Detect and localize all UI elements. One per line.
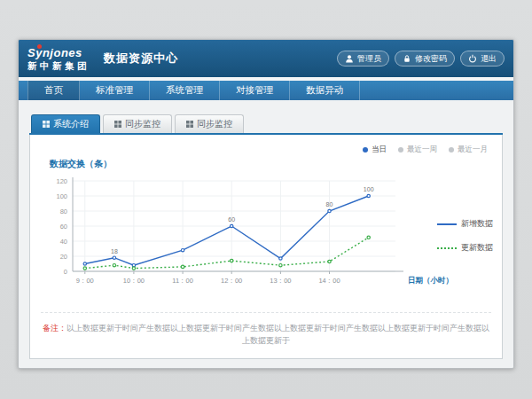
tab-system-intro[interactable]: 系统介绍 bbox=[31, 114, 100, 133]
svg-text:100: 100 bbox=[364, 186, 374, 192]
brand-name-text: Synjones bbox=[27, 46, 82, 59]
brand-name: Synjones bbox=[27, 47, 90, 59]
panel-divider bbox=[41, 312, 491, 313]
series-label: 新增数据 bbox=[461, 218, 493, 230]
nav-label: 对接管理 bbox=[236, 84, 273, 97]
legend-updated-data[interactable]: 更新数据 bbox=[437, 242, 493, 254]
svg-text:11：00: 11：00 bbox=[172, 277, 193, 285]
nav-item-home[interactable]: 首页 bbox=[27, 81, 80, 100]
filter-dot-icon bbox=[398, 147, 403, 153]
app-header: Synjones 新中新集团 数据资源中心 管理员 修改密码 退出 bbox=[19, 40, 513, 77]
svg-text:日期（小时）: 日期（小时） bbox=[408, 276, 453, 285]
nav-label: 系统管理 bbox=[166, 84, 203, 97]
logout-button[interactable]: 退出 bbox=[460, 51, 505, 66]
svg-text:100: 100 bbox=[56, 192, 67, 200]
filter-label: 最近一月 bbox=[458, 145, 488, 155]
svg-text:18: 18 bbox=[111, 248, 118, 254]
svg-text:80: 80 bbox=[326, 201, 333, 207]
main-nav: 首页 标准管理 系统管理 对接管理 数据异动 bbox=[19, 81, 513, 100]
chart-y-axis-title: 数据交换（条） bbox=[50, 158, 112, 170]
lock-icon bbox=[403, 54, 411, 63]
content-area: 系统介绍 同步监控 同步监控 当日 bbox=[19, 100, 513, 369]
filter-today[interactable]: 当日 bbox=[363, 145, 387, 155]
admin-user-button[interactable]: 管理员 bbox=[337, 51, 389, 66]
logout-label: 退出 bbox=[481, 53, 497, 65]
nav-item-standard-mgmt[interactable]: 标准管理 bbox=[80, 81, 150, 100]
filter-last-week[interactable]: 最近一周 bbox=[398, 145, 437, 155]
chart-panel: 当日 最近一周 最近一月 数据交换（条） 0204060801001209：00… bbox=[29, 135, 503, 359]
svg-text:120: 120 bbox=[56, 177, 67, 185]
tab-label: 同步监控 bbox=[197, 118, 232, 130]
svg-text:14：00: 14：00 bbox=[318, 277, 340, 285]
svg-text:60: 60 bbox=[228, 216, 235, 223]
series-line-sample bbox=[437, 223, 457, 225]
filter-label: 当日 bbox=[372, 145, 387, 155]
series-legend: 新增数据 更新数据 bbox=[437, 218, 493, 254]
tab-label: 同步监控 bbox=[125, 118, 160, 130]
brand-red-dot-icon bbox=[37, 44, 42, 49]
change-password-label: 修改密码 bbox=[415, 53, 447, 65]
tab-sync-monitor-1[interactable]: 同步监控 bbox=[103, 114, 172, 133]
nav-item-data-changes[interactable]: 数据异动 bbox=[290, 81, 360, 100]
svg-text:10：00: 10：00 bbox=[123, 277, 145, 285]
svg-text:12：00: 12：00 bbox=[221, 277, 242, 285]
nav-label: 标准管理 bbox=[96, 84, 133, 97]
grid-icon bbox=[43, 121, 50, 128]
admin-user-label: 管理员 bbox=[357, 53, 381, 65]
grid-icon bbox=[114, 121, 121, 128]
nav-item-integration-mgmt[interactable]: 对接管理 bbox=[220, 81, 290, 100]
filter-dot-icon bbox=[363, 147, 368, 153]
svg-text:40: 40 bbox=[60, 238, 67, 246]
filter-label: 最近一周 bbox=[407, 145, 437, 155]
page-title: 数据资源中心 bbox=[104, 51, 178, 66]
svg-text:60: 60 bbox=[60, 223, 67, 231]
tab-sync-monitor-2[interactable]: 同步监控 bbox=[175, 114, 244, 133]
series-label: 更新数据 bbox=[461, 242, 493, 254]
svg-text:0: 0 bbox=[64, 268, 67, 276]
footer-note: 备注：以上数据更新于时间产生数据以上数据更新于时间产生数据以上数据更新于时间产生… bbox=[39, 323, 493, 347]
app-window: Synjones 新中新集团 数据资源中心 管理员 修改密码 退出 bbox=[18, 39, 514, 369]
series-line-sample bbox=[437, 247, 457, 249]
svg-text:13：00: 13：00 bbox=[270, 277, 291, 285]
tabs-row: 系统介绍 同步监控 同步监控 bbox=[29, 114, 503, 135]
brand-name-cn: 新中新集团 bbox=[27, 61, 90, 71]
svg-text:20: 20 bbox=[60, 253, 67, 261]
legend-new-data[interactable]: 新增数据 bbox=[437, 218, 493, 230]
note-text: 以上数据更新于时间产生数据以上数据更新于时间产生数据以上数据更新于时间产生数据以… bbox=[66, 324, 489, 345]
tab-label: 系统介绍 bbox=[53, 118, 89, 130]
svg-text:80: 80 bbox=[60, 207, 67, 215]
nav-item-system-mgmt[interactable]: 系统管理 bbox=[150, 81, 220, 100]
brand-logo: Synjones 新中新集团 bbox=[27, 47, 90, 71]
svg-text:9：00: 9：00 bbox=[76, 277, 94, 285]
desktop-background: Synjones 新中新集团 数据资源中心 管理员 修改密码 退出 bbox=[0, 0, 532, 399]
filter-last-month[interactable]: 最近一月 bbox=[449, 145, 488, 155]
line-chart: 0204060801001209：0010：0011：0012：0013：001… bbox=[41, 172, 466, 305]
period-filter-legend: 当日 最近一周 最近一月 bbox=[363, 145, 488, 155]
filter-dot-icon bbox=[449, 147, 454, 153]
nav-label: 数据异动 bbox=[306, 84, 343, 97]
nav-label: 首页 bbox=[44, 84, 63, 97]
header-actions: 管理员 修改密码 退出 bbox=[337, 51, 505, 66]
power-icon bbox=[468, 54, 477, 63]
note-label: 备注： bbox=[43, 324, 66, 332]
grid-icon bbox=[186, 121, 193, 128]
change-password-button[interactable]: 修改密码 bbox=[395, 51, 455, 66]
user-icon bbox=[345, 54, 354, 63]
